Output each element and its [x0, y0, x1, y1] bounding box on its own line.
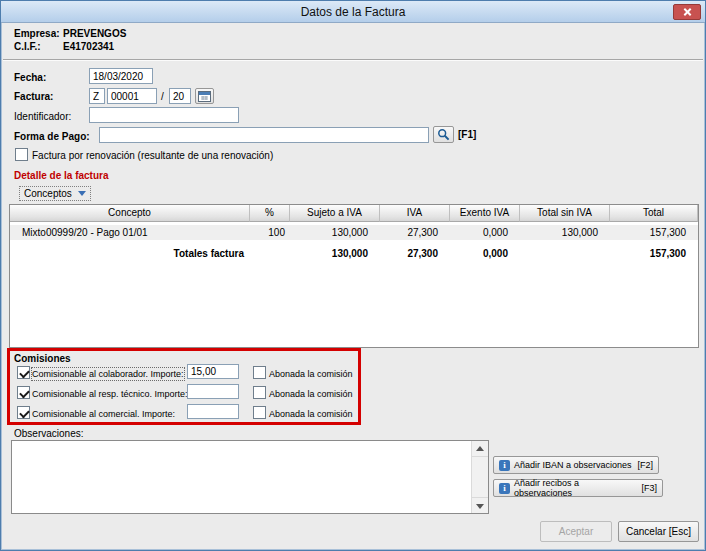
cell-iva: 27,300 [380, 225, 450, 240]
fecha-input[interactable] [89, 68, 153, 84]
aceptar-label: Aceptar [559, 526, 593, 537]
info-icon [499, 460, 510, 471]
totals-exento-iva: 0,000 [450, 246, 520, 261]
abonada-comercial-checkbox[interactable] [253, 406, 266, 419]
empresa-label: Empresa: [14, 28, 60, 40]
cif-value: E41702341 [63, 41, 114, 53]
totals-label: Totales factura [10, 246, 250, 261]
identificador-label: Identificador: [14, 111, 71, 123]
info-icon [499, 483, 510, 494]
dialog-datos-factura: Datos de la Factura Empresa: PREVENGOS C… [0, 0, 706, 551]
search-icon [437, 128, 450, 141]
cif-label: C.I.F.: [14, 41, 41, 53]
conceptos-label: Conceptos [24, 188, 72, 199]
header-divider [3, 59, 703, 61]
calendar-button[interactable] [195, 88, 214, 104]
scrollbar-down-button[interactable] [472, 497, 488, 513]
window-title: Datos de la Factura [301, 1, 406, 23]
factura-anio-input[interactable] [169, 88, 191, 104]
cell-exento-iva: 0,000 [450, 225, 520, 240]
comisionable-comercial-checkbox[interactable] [17, 406, 30, 419]
close-button[interactable] [673, 4, 701, 20]
column-header-exento-iva[interactable]: Exento IVA [450, 205, 520, 222]
abonada-colaborador-label: Abonada la comisión [269, 368, 353, 380]
importe-colaborador-input[interactable] [187, 364, 239, 379]
add-recibos-key: [F3] [641, 483, 657, 493]
column-header-iva[interactable]: IVA [380, 205, 450, 222]
cancelar-label: Cancelar [Esc] [626, 526, 691, 537]
abonada-tecnico-checkbox[interactable] [253, 386, 266, 399]
totals-iva: 27,300 [380, 246, 450, 261]
factura-separator: / [161, 91, 164, 103]
cell-sujeto-iva: 130,000 [290, 225, 380, 240]
column-header-total-sin-iva[interactable]: Total sin IVA [520, 205, 610, 222]
add-iban-key: [F2] [637, 460, 653, 470]
comisionable-tecnico-label: Comisionable al resp. técnico. Importe: [32, 388, 188, 400]
comisionable-comercial-label: Comisionable al comercial. Importe: [32, 408, 175, 420]
detalle-title: Detalle de la factura [14, 170, 108, 182]
factura-label: Factura: [14, 91, 53, 103]
column-header-sujeto-iva[interactable]: Sujeto a IVA [290, 205, 380, 222]
add-recibos-label: Añadir recibos a observaciones [514, 478, 637, 498]
add-recibos-button[interactable]: Añadir recibos a observaciones [F3] [493, 479, 663, 497]
factura-numero-input[interactable] [107, 88, 157, 104]
totals-row: Totales factura 130,000 27,300 0,000 157… [10, 246, 698, 261]
f1-shortcut-label: [F1] [458, 129, 476, 141]
table-header-row: Concepto % Sujeto a IVA IVA Exento IVA T… [10, 205, 698, 222]
totals-pct [250, 246, 290, 261]
column-header-pct[interactable]: % [250, 205, 290, 222]
dropdown-arrow-icon [78, 191, 86, 196]
renovacion-checkbox[interactable] [15, 148, 28, 161]
abonada-comercial-label: Abonada la comisión [269, 408, 353, 420]
cancelar-button[interactable]: Cancelar [Esc] [618, 521, 699, 542]
abonada-colaborador-checkbox[interactable] [253, 366, 266, 379]
comisiones-title: Comisiones [14, 353, 71, 365]
scrollbar-up-button[interactable] [472, 441, 488, 457]
empresa-value: PREVENGOS [63, 28, 126, 40]
importe-tecnico-input[interactable] [187, 384, 239, 399]
totals-sujeto-iva: 130,000 [290, 246, 380, 261]
fecha-label: Fecha: [14, 72, 46, 84]
renovacion-label: Factura por renovación (resultante de un… [32, 150, 273, 162]
forma-pago-label: Forma de Pago: [14, 131, 90, 143]
add-iban-button[interactable]: Añadir IBAN a observaciones [F2] [493, 456, 659, 474]
detalle-table: Concepto % Sujeto a IVA IVA Exento IVA T… [9, 204, 699, 348]
conceptos-menu[interactable]: Conceptos [19, 186, 91, 201]
abonada-tecnico-label: Abonada la comisión [269, 388, 353, 400]
arrow-down-icon [476, 504, 484, 509]
comisionable-colaborador-label: Comisionable al colaborador. Importe: [32, 368, 184, 380]
comisionable-tecnico-checkbox[interactable] [17, 386, 30, 399]
comisionable-colaborador-checkbox[interactable] [17, 366, 30, 379]
cell-total-sin-iva: 130,000 [520, 225, 610, 240]
vertical-scrollbar[interactable] [471, 441, 488, 513]
totals-total: 157,300 [610, 246, 698, 261]
cell-total: 157,300 [610, 225, 698, 240]
importe-comercial-input[interactable] [187, 404, 239, 419]
identificador-input[interactable] [89, 107, 239, 123]
cell-pct: 100 [250, 225, 290, 240]
add-iban-label: Añadir IBAN a observaciones [514, 460, 632, 470]
forma-pago-input[interactable] [99, 127, 429, 143]
observaciones-textarea[interactable] [11, 440, 489, 514]
column-header-total[interactable]: Total [610, 205, 698, 222]
close-icon [683, 8, 692, 17]
search-button[interactable] [433, 126, 454, 143]
totals-total-sin-iva [520, 246, 610, 261]
factura-serie-input[interactable] [89, 88, 105, 104]
aceptar-button[interactable]: Aceptar [540, 521, 612, 542]
table-row[interactable]: Mixto00999/20 - Pago 01/01 100 130,000 2… [10, 225, 698, 240]
calendar-icon [198, 90, 211, 102]
column-header-concepto[interactable]: Concepto [10, 205, 250, 222]
title-bar: Datos de la Factura [1, 1, 705, 23]
observaciones-label: Observaciones: [14, 428, 83, 440]
cell-concepto: Mixto00999/20 - Pago 01/01 [10, 225, 250, 240]
arrow-up-icon [476, 446, 484, 451]
